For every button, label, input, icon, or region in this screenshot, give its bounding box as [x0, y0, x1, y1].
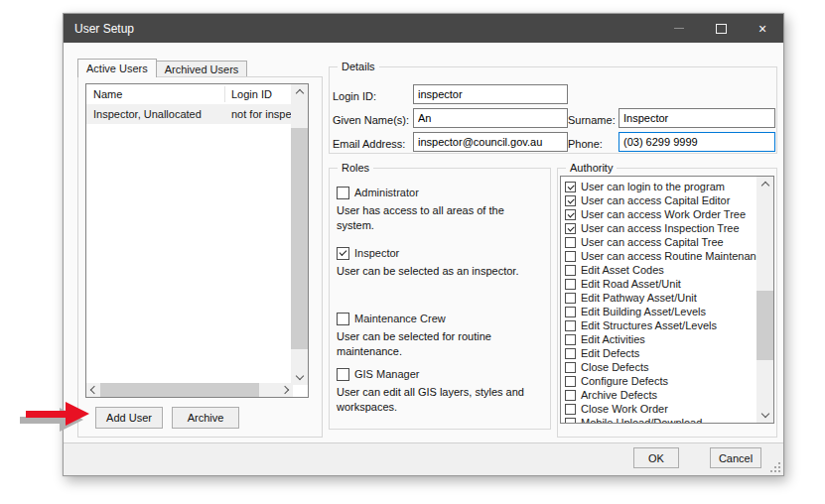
tab-archived-users[interactable]: Archived Users — [157, 61, 248, 77]
authority-item[interactable]: Edit Defects — [561, 346, 756, 360]
login-id-field[interactable] — [413, 84, 568, 104]
window-title: User Setup — [64, 22, 134, 36]
authority-vertical-scrollbar[interactable] — [756, 177, 773, 423]
authority-list[interactable]: User can login to the program User can a… — [560, 176, 774, 424]
authority-item[interactable]: Mobile Upload/Download — [561, 416, 756, 423]
role-head[interactable]: GIS Manager — [337, 366, 546, 382]
authority-item[interactable]: User can access Routine Maintenanc — [561, 249, 756, 263]
tab-active-users[interactable]: Active Users — [77, 59, 157, 77]
authority-rows: User can login to the program User can a… — [561, 177, 756, 423]
role-label: Administrator — [354, 187, 419, 198]
role-head[interactable]: Administrator — [337, 185, 546, 200]
authority-label: User can access Capital Tree — [581, 236, 724, 248]
authority-checkbox[interactable] — [565, 376, 576, 387]
authority-checkbox[interactable] — [565, 251, 576, 262]
authority-checkbox[interactable] — [565, 195, 576, 206]
role-label: GIS Manager — [354, 368, 419, 380]
phone-field[interactable] — [619, 132, 775, 152]
ok-button[interactable]: OK — [633, 447, 679, 468]
close-button[interactable]: × — [742, 14, 783, 43]
role-description: User can edit all GIS layers, styles and… — [337, 385, 546, 415]
authority-item[interactable]: User can access Capital Tree — [561, 235, 756, 249]
authority-item[interactable]: Edit Activities — [561, 332, 756, 346]
given-names-field[interactable] — [413, 108, 568, 128]
authority-checkbox[interactable] — [565, 265, 576, 276]
archive-button[interactable]: Archive — [172, 407, 239, 429]
authority-checkbox[interactable] — [565, 348, 576, 359]
user-list-horizontal-scrollbar[interactable] — [86, 383, 293, 397]
authority-checkbox[interactable] — [565, 279, 576, 290]
surname-field[interactable] — [619, 108, 775, 128]
authority-checkbox[interactable] — [565, 293, 576, 304]
authority-item[interactable]: Configure Defects — [561, 374, 756, 388]
authority-item[interactable]: Edit Structures Asset/Levels — [561, 318, 756, 332]
authority-item[interactable]: User can access Work Order Tree — [561, 207, 756, 221]
role-checkbox[interactable] — [337, 247, 349, 260]
authority-checkbox[interactable] — [565, 182, 576, 192]
authority-label: Edit Structures Asset/Levels — [581, 319, 717, 331]
horizontal-scroll-thumb[interactable] — [100, 383, 259, 397]
user-list-vertical-scrollbar[interactable] — [291, 84, 308, 385]
authority-checkbox[interactable] — [565, 418, 576, 424]
chevron-right-icon — [281, 386, 289, 394]
user-list[interactable]: Name Login ID Inspector, Unallocated not… — [85, 83, 309, 398]
chevron-up-icon — [295, 89, 303, 97]
chevron-up-icon — [760, 182, 768, 189]
cancel-button[interactable]: Cancel — [710, 447, 761, 468]
user-setup-dialog: User Setup × Active Users Archived Users… — [63, 13, 784, 476]
authority-label: Edit Activities — [581, 333, 645, 345]
role-description: User has access to all areas of the syst… — [337, 203, 546, 233]
title-bar[interactable]: User Setup × — [64, 14, 783, 43]
role-item: Maintenance Crew User can be selected fo… — [337, 311, 546, 359]
authority-checkbox[interactable] — [565, 307, 576, 317]
authority-checkbox[interactable] — [565, 390, 576, 401]
email-field[interactable] — [413, 132, 568, 152]
user-list-header: Name Login ID — [86, 84, 291, 104]
role-checkbox[interactable] — [337, 313, 349, 325]
role-description: User can be selected as an inspector. — [337, 264, 546, 279]
role-head[interactable]: Inspector — [337, 245, 546, 261]
authority-item[interactable]: Edit Asset Codes — [561, 263, 756, 277]
authority-item[interactable]: Close Defects — [561, 360, 756, 374]
role-item: Administrator User has access to all are… — [337, 185, 546, 233]
authority-item[interactable]: User can access Capital Editor — [561, 193, 756, 207]
authority-item[interactable]: Edit Pathway Asset/Unit — [561, 291, 756, 305]
scroll-down-button[interactable] — [756, 408, 773, 423]
role-checkbox[interactable] — [337, 368, 349, 381]
user-tabs: Active Users Archived Users — [77, 59, 247, 77]
vertical-scroll-thumb[interactable] — [756, 291, 773, 360]
scroll-down-button[interactable] — [291, 370, 308, 385]
resize-grip-icon[interactable] — [778, 470, 780, 472]
authority-item[interactable]: Close Work Order — [561, 402, 756, 416]
authority-item[interactable]: User can access Inspection Tree — [561, 221, 756, 235]
authority-checkbox[interactable] — [565, 237, 576, 248]
authority-label: Close Work Order — [581, 403, 668, 415]
authority-item[interactable]: Archive Defects — [561, 388, 756, 402]
authority-checkbox[interactable] — [565, 404, 576, 415]
add-user-button[interactable]: Add User — [95, 407, 163, 429]
roles-group: Roles Administrator User has access to a… — [329, 168, 551, 430]
authority-checkbox[interactable] — [565, 334, 576, 345]
authority-label: Archive Defects — [581, 389, 657, 401]
scroll-up-button[interactable] — [756, 177, 773, 191]
authority-item[interactable]: User can login to the program — [561, 180, 756, 193]
authority-checkbox[interactable] — [565, 362, 576, 373]
authority-checkbox[interactable] — [565, 320, 576, 331]
scroll-right-button[interactable] — [280, 383, 293, 397]
scroll-up-button[interactable] — [291, 84, 308, 99]
minimize-button[interactable] — [658, 14, 700, 43]
user-name-cell: Inspector, Unallocated — [93, 108, 202, 120]
table-row[interactable]: Inspector, Unallocated not for inspe — [86, 104, 291, 124]
column-header-login-id[interactable]: Login ID — [231, 88, 272, 100]
vertical-scroll-thumb[interactable] — [291, 128, 308, 349]
close-icon: × — [758, 22, 766, 36]
maximize-button[interactable] — [700, 14, 742, 43]
roles-list: Administrator User has access to all are… — [337, 169, 546, 429]
column-header-name[interactable]: Name — [93, 88, 122, 100]
authority-checkbox[interactable] — [565, 223, 576, 234]
authority-item[interactable]: Edit Building Asset/Levels — [561, 305, 756, 318]
role-head[interactable]: Maintenance Crew — [337, 311, 546, 326]
role-checkbox[interactable] — [337, 187, 349, 199]
authority-item[interactable]: Edit Road Asset/Unit — [561, 277, 756, 291]
authority-checkbox[interactable] — [565, 209, 576, 220]
